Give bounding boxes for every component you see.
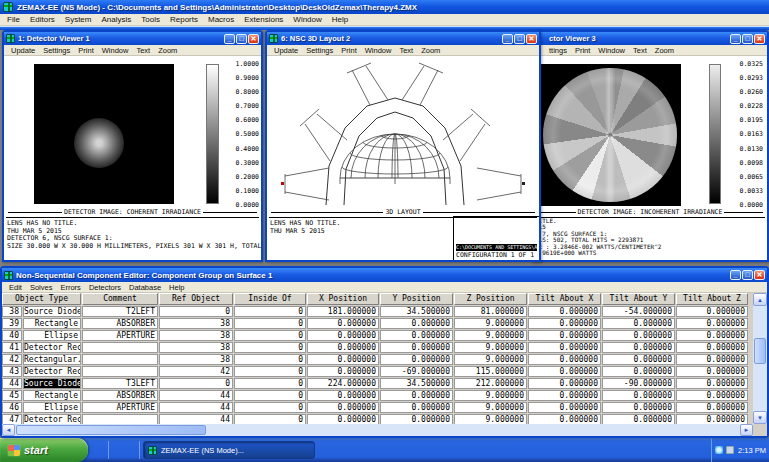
table-cell[interactable]: APERTURE bbox=[82, 330, 158, 341]
layout3d-menu-print[interactable]: Print bbox=[337, 45, 360, 56]
column-header-tilt-about-x[interactable]: Tilt About X bbox=[528, 293, 601, 305]
table-cell[interactable]: 0.000000 bbox=[307, 366, 379, 377]
table-cell[interactable]: 38 bbox=[159, 354, 233, 365]
table-cell[interactable]: 0.000000 bbox=[528, 306, 601, 317]
main-menu-system[interactable]: System bbox=[60, 14, 97, 26]
editor-menu-database[interactable]: Database bbox=[125, 282, 165, 293]
scroll-right-icon[interactable]: ► bbox=[740, 424, 753, 436]
table-cell[interactable]: 0 bbox=[234, 342, 306, 353]
close-button[interactable]: ✕ bbox=[754, 270, 765, 280]
table-cell[interactable] bbox=[82, 342, 158, 353]
table-cell[interactable]: 0 bbox=[234, 330, 306, 341]
table-cell[interactable]: 81.000000 bbox=[454, 306, 527, 317]
table-cell[interactable]: 0 bbox=[159, 378, 233, 389]
row-number[interactable]: 47 bbox=[2, 414, 22, 424]
editor-menu-solves[interactable]: Solves bbox=[26, 282, 57, 293]
table-cell[interactable]: 212.000000 bbox=[454, 378, 527, 389]
minimize-button[interactable]: _ bbox=[224, 34, 235, 44]
column-header-x-position[interactable]: X Position bbox=[307, 293, 379, 305]
table-cell[interactable]: 9.000000 bbox=[454, 390, 527, 401]
table-cell[interactable]: 0.000000 bbox=[307, 342, 379, 353]
table-cell[interactable]: ABSORBER bbox=[82, 390, 158, 401]
detector3-menu-ttings[interactable]: ttings bbox=[545, 45, 571, 56]
table-cell[interactable]: 34.500000 bbox=[380, 306, 453, 317]
detector1-menu-text[interactable]: Text bbox=[132, 45, 154, 56]
detector-viewer-3-titlebar[interactable]: ctor Viewer 3 _ □ ✕ bbox=[533, 32, 767, 45]
minimize-button[interactable]: _ bbox=[730, 34, 741, 44]
column-header-tilt-about-z[interactable]: Tilt About Z bbox=[676, 293, 748, 305]
table-cell[interactable]: -90.000000 bbox=[602, 378, 675, 389]
table-cell[interactable]: 181.000000 bbox=[307, 306, 379, 317]
table-cell[interactable]: 0.000000 bbox=[676, 390, 748, 401]
table-cell[interactable]: 0 bbox=[234, 318, 306, 329]
scroll-down-icon[interactable]: ▼ bbox=[753, 411, 767, 424]
main-menu-help[interactable]: Help bbox=[327, 14, 353, 26]
table-cell[interactable]: 0.000000 bbox=[380, 414, 453, 424]
scroll-up-icon[interactable]: ▲ bbox=[753, 293, 767, 306]
detector3-menu-zoom[interactable]: Zoom bbox=[651, 45, 678, 56]
table-cell[interactable]: 0.000000 bbox=[676, 306, 748, 317]
table-cell[interactable]: 0 bbox=[159, 306, 233, 317]
editor-menu-help[interactable]: Help bbox=[165, 282, 188, 293]
column-header-inside-of[interactable]: Inside Of bbox=[234, 293, 306, 305]
detector3-menu-print[interactable]: Print bbox=[571, 45, 594, 56]
row-number[interactable]: 40 bbox=[2, 330, 22, 341]
column-header-z-position[interactable]: Z Position bbox=[454, 293, 527, 305]
row-number[interactable]: 44 bbox=[2, 378, 22, 389]
table-cell[interactable]: 0.000000 bbox=[676, 330, 748, 341]
table-cell[interactable]: 0.000000 bbox=[380, 318, 453, 329]
table-cell[interactable]: 0.000000 bbox=[528, 366, 601, 377]
table-cell[interactable]: 9.000000 bbox=[454, 354, 527, 365]
maximize-button[interactable]: □ bbox=[236, 34, 247, 44]
row-number[interactable]: 38 bbox=[2, 306, 22, 317]
main-menu-reports[interactable]: Reports bbox=[165, 14, 203, 26]
close-button[interactable]: ✕ bbox=[526, 34, 537, 44]
detector1-menu-settings[interactable]: Settings bbox=[39, 45, 74, 56]
table-cell[interactable]: 44 bbox=[159, 390, 233, 401]
table-cell[interactable]: Ellipse bbox=[23, 402, 81, 413]
table-cell[interactable]: 0 bbox=[234, 414, 306, 424]
table-cell[interactable]: 0 bbox=[234, 354, 306, 365]
table-cell[interactable]: 0.000000 bbox=[528, 354, 601, 365]
table-cell[interactable]: 9.000000 bbox=[454, 318, 527, 329]
table-cell[interactable]: 0.000000 bbox=[602, 390, 675, 401]
row-number[interactable]: 46 bbox=[2, 402, 22, 413]
table-cell[interactable]: 0.000000 bbox=[307, 354, 379, 365]
table-cell[interactable]: 0.000000 bbox=[528, 342, 601, 353]
detector-viewer-1-titlebar[interactable]: 1: Detector Viewer 1 _ □ ✕ bbox=[4, 32, 261, 45]
table-cell[interactable]: 0.000000 bbox=[307, 390, 379, 401]
table-cell[interactable] bbox=[82, 354, 158, 365]
layout3d-menu-settings[interactable]: Settings bbox=[302, 45, 337, 56]
table-cell[interactable]: 0.000000 bbox=[380, 402, 453, 413]
table-cell[interactable]: 0.000000 bbox=[676, 354, 748, 365]
editor-menu-errors[interactable]: Errors bbox=[56, 282, 84, 293]
table-cell[interactable]: 0.000000 bbox=[528, 330, 601, 341]
table-cell[interactable]: 0.000000 bbox=[307, 330, 379, 341]
table-cell[interactable]: 9.000000 bbox=[454, 402, 527, 413]
detector3-menu-window[interactable]: Window bbox=[594, 45, 629, 56]
row-number[interactable]: 45 bbox=[2, 390, 22, 401]
main-menu-file[interactable]: File bbox=[2, 14, 25, 26]
close-button[interactable]: ✕ bbox=[248, 34, 259, 44]
editor-menu-detectors[interactable]: Detectors bbox=[85, 282, 125, 293]
scroll-left-icon[interactable]: ◄ bbox=[2, 424, 15, 436]
display-icon[interactable] bbox=[726, 446, 734, 454]
table-cell[interactable]: 0.000000 bbox=[602, 318, 675, 329]
table-cell[interactable]: 0.000000 bbox=[676, 366, 748, 377]
table-cell[interactable]: 115.000000 bbox=[454, 366, 527, 377]
close-button[interactable]: ✕ bbox=[754, 34, 765, 44]
table-cell[interactable]: 0.000000 bbox=[602, 366, 675, 377]
table-cell[interactable]: T2LEFT bbox=[82, 306, 158, 317]
layout3d-menu-window[interactable]: Window bbox=[361, 45, 396, 56]
table-cell[interactable]: ABSORBER bbox=[82, 318, 158, 329]
column-header-comment[interactable]: Comment bbox=[82, 293, 158, 305]
vertical-scroll-thumb[interactable] bbox=[754, 338, 766, 364]
main-menu-macros[interactable]: Macros bbox=[203, 14, 239, 26]
table-cell[interactable]: 0.000000 bbox=[602, 342, 675, 353]
table-cell[interactable]: 0.000000 bbox=[380, 354, 453, 365]
minimize-button[interactable]: _ bbox=[502, 34, 513, 44]
start-button[interactable]: start bbox=[0, 438, 88, 462]
table-cell[interactable]: 0.000000 bbox=[528, 414, 601, 424]
table-cell[interactable]: APERTURE bbox=[82, 402, 158, 413]
table-cell[interactable]: 0.000000 bbox=[307, 318, 379, 329]
